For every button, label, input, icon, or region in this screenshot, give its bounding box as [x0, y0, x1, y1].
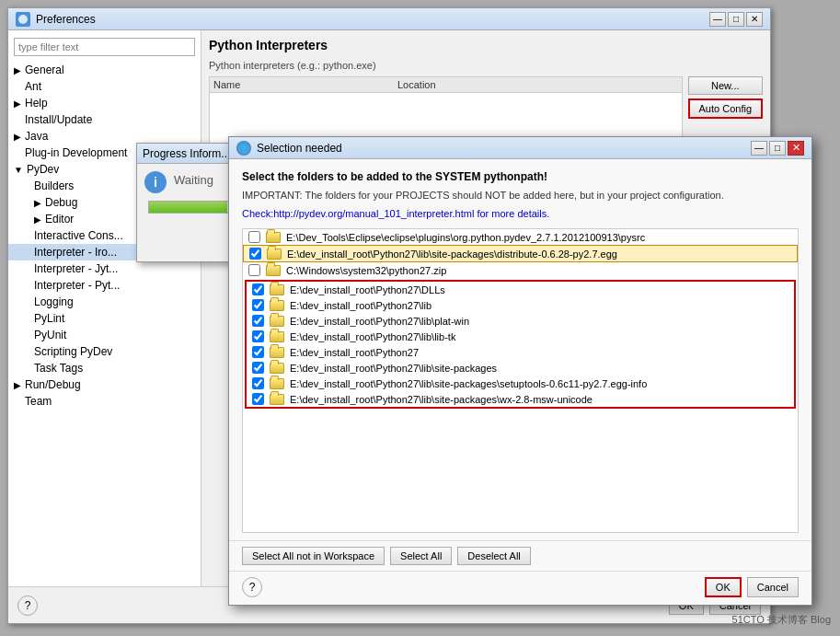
sel-max-button[interactable]: □	[769, 141, 786, 156]
sidebar-item-install-update[interactable]: Install/Update	[8, 111, 201, 128]
expand-arrow-debug: ▶	[34, 198, 41, 208]
panel-title: Python Interpreters	[209, 38, 763, 52]
list-item[interactable]: E:\dev_install_root\Python27\lib\site-pa…	[247, 376, 794, 391]
sel-list-container[interactable]: E:\Dev_Tools\Eclipse\eclipse\plugins\org…	[242, 228, 799, 533]
list-item-text-7: E:\dev_install_root\Python27	[290, 347, 419, 358]
list-item[interactable]: E:\dev_install_root\Python27\DLLs	[247, 282, 794, 297]
list-item-checkbox-3[interactable]	[252, 283, 264, 295]
expand-arrow-java: ▶	[14, 132, 21, 142]
sidebar-item-label: Scripting PyDev	[34, 345, 112, 358]
list-item[interactable]: E:\dev_install_root\Python27	[247, 344, 794, 360]
folder-icon	[270, 300, 284, 311]
list-item[interactable]: E:\dev_install_root\Python27\lib\site-pa…	[243, 245, 798, 262]
sel-title-bar: 🌐 Selection needed — □ ✕	[229, 137, 811, 159]
sidebar-item-ant[interactable]: Ant	[8, 78, 201, 95]
preferences-title: Preferences	[36, 13, 96, 26]
sidebar-item-label: Help	[25, 97, 48, 110]
sel-body: Select the folders to be added to the SY…	[229, 159, 811, 540]
folder-icon	[267, 249, 282, 260]
folder-icon	[270, 347, 284, 358]
sidebar-item-label: PyLint	[34, 312, 64, 325]
list-item[interactable]: E:\dev_install_root\Python27\lib\plat-wi…	[247, 313, 794, 329]
list-item[interactable]: E:\dev_install_root\Python27\lib\lib-tk	[247, 329, 794, 344]
list-item[interactable]: E:\dev_install_root\Python27\lib\site-pa…	[247, 391, 794, 407]
sidebar-item-label: Interactive Cons...	[34, 229, 123, 242]
list-item-checkbox-7[interactable]	[252, 346, 264, 358]
folder-icon	[270, 363, 284, 374]
expand-arrow-pydev: ▼	[14, 165, 23, 175]
sidebar-item-label: Interpreter - Iro...	[34, 246, 117, 259]
sidebar-item-label: Editor	[45, 213, 74, 225]
sidebar-item-logging[interactable]: Logging	[8, 294, 201, 310]
list-item-checkbox-0[interactable]	[248, 231, 260, 243]
sel-note: IMPORTANT: The folders for your PROJECTS…	[242, 189, 799, 202]
help-icon[interactable]: ?	[17, 596, 38, 616]
expand-arrow-general: ▶	[14, 65, 21, 75]
sidebar-item-label: PyDev	[27, 163, 59, 176]
checked-group: E:\dev_install_root\Python27\DLLs E:\dev…	[245, 280, 796, 409]
list-item-checkbox-8[interactable]	[252, 362, 264, 374]
deselect-all-button[interactable]: Deselect All	[457, 547, 530, 565]
list-item-checkbox-4[interactable]	[252, 299, 264, 311]
preferences-icon	[16, 12, 30, 27]
sidebar-item-pyunit[interactable]: PyUnit	[8, 327, 201, 343]
maximize-button[interactable]: □	[728, 12, 744, 27]
close-button[interactable]: ✕	[746, 12, 763, 27]
sidebar-item-label: Logging	[34, 295, 74, 308]
sel-ok-button[interactable]: OK	[705, 577, 742, 597]
sel-help-icon[interactable]: ?	[242, 577, 262, 597]
list-item-checkbox-6[interactable]	[252, 330, 264, 342]
progress-bar-fill	[149, 202, 227, 213]
sel-cancel-button[interactable]: Cancel	[747, 577, 799, 597]
sidebar-item-label: Task Tags	[34, 362, 83, 375]
svg-point-0	[18, 15, 28, 24]
info-icon: i	[144, 171, 167, 193]
select-all-not-workspace-button[interactable]: Select All not in Workspace	[242, 547, 385, 565]
sidebar-item-label: Install/Update	[25, 113, 92, 126]
list-item[interactable]: E:\dev_install_root\Python27\lib\site-pa…	[247, 360, 794, 376]
folder-icon	[270, 316, 284, 327]
panel-subtitle: Python interpreters (e.g.: python.exe)	[209, 60, 763, 71]
sidebar-item-interpreter-jyt[interactable]: Interpreter - Jyt...	[8, 260, 201, 277]
list-item-text-4: E:\dev_install_root\Python27\lib	[290, 300, 432, 311]
sidebar-item-label: Team	[25, 395, 52, 408]
list-item[interactable]: E:\dev_install_root\Python27\lib	[247, 297, 794, 313]
sel-title-text: Selection needed	[257, 142, 342, 155]
folder-icon	[270, 394, 284, 405]
select-all-button[interactable]: Select All	[390, 547, 452, 565]
auto-config-button[interactable]: Auto Config	[688, 98, 763, 119]
sel-min-button[interactable]: —	[751, 141, 767, 156]
list-item[interactable]: E:\Dev_Tools\Eclipse\eclipse\plugins\org…	[243, 229, 798, 245]
watermark: 51CTO 技术博客 Blog	[732, 613, 831, 627]
sidebar-item-scripting-pydev[interactable]: Scripting PyDev	[8, 343, 201, 360]
sidebar-item-pylint[interactable]: PyLint	[8, 310, 201, 327]
minimize-button[interactable]: —	[709, 12, 726, 27]
sidebar-item-help[interactable]: ▶Help	[8, 95, 201, 111]
sidebar-item-label: Run/Debug	[25, 378, 81, 391]
list-item-checkbox-9[interactable]	[252, 377, 264, 389]
new-button[interactable]: New...	[688, 76, 763, 95]
sidebar-item-general[interactable]: ▶General	[8, 62, 201, 78]
globe-icon: 🌐	[236, 141, 251, 156]
sidebar-item-team[interactable]: Team	[8, 393, 201, 410]
selection-dialog: 🌐 Selection needed — □ ✕ Select the fold…	[228, 136, 812, 606]
col-location: Location	[397, 79, 678, 90]
filter-box	[14, 38, 195, 56]
sel-link[interactable]: Check:http://pydev.org/manual_101_interp…	[242, 208, 799, 219]
sidebar-item-run-debug[interactable]: ▶Run/Debug	[8, 376, 201, 393]
folder-icon	[270, 331, 284, 342]
sidebar-item-label: General	[25, 64, 64, 76]
filter-input[interactable]	[14, 38, 195, 56]
list-item-checkbox-10[interactable]	[252, 393, 264, 405]
list-item-checkbox-2[interactable]	[248, 264, 260, 276]
expand-arrow-editor: ▶	[34, 214, 41, 225]
sidebar-item-task-tags[interactable]: Task Tags	[8, 360, 201, 376]
sel-close-button[interactable]: ✕	[788, 141, 804, 156]
preferences-title-bar: Preferences — □ ✕	[8, 8, 770, 30]
expand-arrow-run-debug: ▶	[14, 380, 21, 390]
sidebar-item-interpreter-pyt[interactable]: Interpreter - Pyt...	[8, 277, 201, 294]
sidebar-item-label: Debug	[45, 196, 77, 209]
list-item-checkbox-5[interactable]	[252, 315, 264, 327]
list-item-checkbox-1[interactable]	[249, 248, 261, 260]
list-item[interactable]: C:\Windows\system32\python27.zip	[243, 262, 798, 278]
